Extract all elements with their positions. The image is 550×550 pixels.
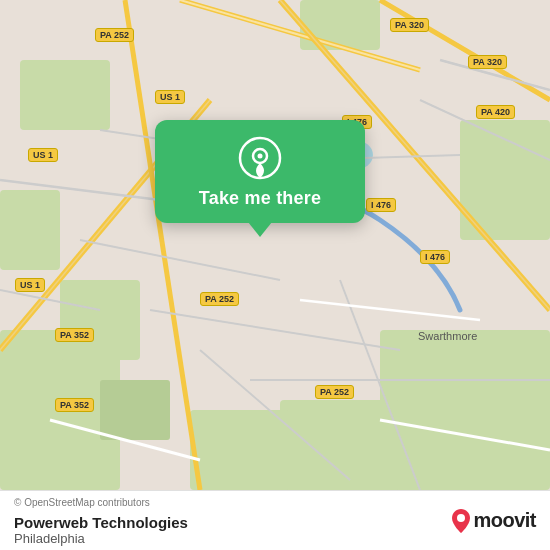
take-me-there-popup[interactable]: Take me there bbox=[155, 120, 365, 223]
road-label-us1-mid: US 1 bbox=[155, 90, 185, 104]
map: PA 252 PA 320 PA 320 PA 420 US 1 US 1 US… bbox=[0, 0, 550, 490]
svg-rect-7 bbox=[0, 190, 60, 270]
road-label-pa252-mid: PA 252 bbox=[200, 292, 239, 306]
suburb-label-swarthmore: Swarthmore bbox=[418, 330, 477, 342]
place-subtitle: Philadelphia bbox=[14, 531, 188, 546]
road-label-us1-bot: US 1 bbox=[15, 278, 45, 292]
svg-rect-9 bbox=[100, 380, 170, 440]
svg-rect-10 bbox=[190, 410, 290, 490]
moovit-logo: moovit bbox=[451, 508, 536, 534]
copyright-text: © OpenStreetMap contributors bbox=[14, 497, 150, 508]
moovit-text: moovit bbox=[473, 509, 536, 532]
svg-rect-6 bbox=[20, 60, 110, 130]
popup-label: Take me there bbox=[199, 188, 321, 209]
svg-point-39 bbox=[457, 514, 465, 522]
road-label-pa252-bot: PA 252 bbox=[315, 385, 354, 399]
road-label-us1-left: US 1 bbox=[28, 148, 58, 162]
road-label-pa320-2: PA 320 bbox=[468, 55, 507, 69]
road-label-pa420: PA 420 bbox=[476, 105, 515, 119]
road-label-i476-3: I 476 bbox=[420, 250, 450, 264]
svg-rect-2 bbox=[60, 280, 140, 360]
location-pin-icon bbox=[238, 136, 282, 180]
svg-rect-8 bbox=[300, 0, 380, 50]
svg-rect-4 bbox=[280, 400, 400, 490]
road-label-i476-2: I 476 bbox=[366, 198, 396, 212]
road-label-pa352-1: PA 352 bbox=[55, 328, 94, 342]
svg-point-38 bbox=[258, 154, 263, 159]
bottom-bar: © OpenStreetMap contributors Powerweb Te… bbox=[0, 490, 550, 550]
road-label-pa320: PA 320 bbox=[390, 18, 429, 32]
map-background bbox=[0, 0, 550, 490]
road-label-pa352-2: PA 352 bbox=[55, 398, 94, 412]
place-title: Powerweb Technologies bbox=[14, 514, 188, 531]
road-label-pa252-top: PA 252 bbox=[95, 28, 134, 42]
svg-rect-3 bbox=[380, 330, 550, 490]
moovit-pin-icon bbox=[451, 508, 471, 534]
